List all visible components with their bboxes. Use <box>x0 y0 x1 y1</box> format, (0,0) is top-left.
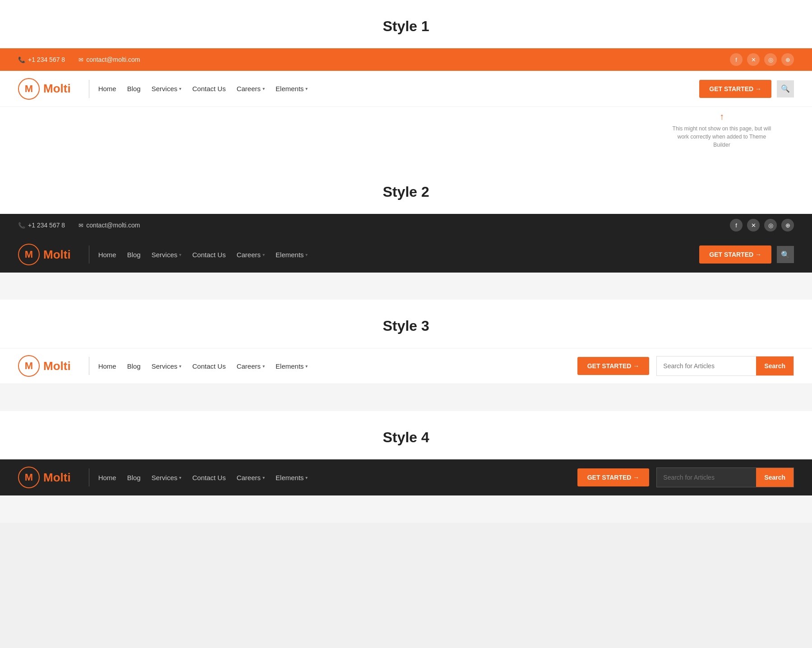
email-icon-style1 <box>78 56 83 63</box>
dribbble-icon-style1[interactable]: ⊕ <box>781 53 794 66</box>
logo-icon-style1: M <box>18 78 40 100</box>
style3-title: Style 3 <box>0 300 812 348</box>
nav-links-style1: Home Blog Services ▾ Contact Us Careers … <box>98 85 700 93</box>
topbar-style2: +1 234 567 8 contact@molti.com f ✕ ◎ ⊕ <box>0 214 812 236</box>
twitter-icon-style2[interactable]: ✕ <box>747 219 760 231</box>
navbar-style3: M Molti Home Blog Services ▾ Contact Us … <box>0 348 812 384</box>
logo-text-style2: Molti <box>43 248 71 262</box>
logo-icon-style4: M <box>18 467 40 488</box>
nav-careers-style4[interactable]: Careers ▾ <box>236 474 264 481</box>
style1-title: Style 1 <box>0 0 812 48</box>
elements-chevron-style2: ▾ <box>305 252 308 257</box>
style2-spacer <box>0 273 812 300</box>
page-wrapper: Style 1 +1 234 567 8 contact@molti.com f… <box>0 0 812 568</box>
nav-home-style2[interactable]: Home <box>98 251 116 259</box>
logo-style1[interactable]: M Molti <box>18 78 71 100</box>
dribbble-icon-style2[interactable]: ⊕ <box>781 219 794 231</box>
cta-button-style4[interactable]: GET STARTED → <box>577 468 650 486</box>
instagram-icon-style1[interactable]: ◎ <box>764 53 777 66</box>
nav-elements-style3[interactable]: Elements ▾ <box>276 362 308 370</box>
search-toggle-style1[interactable]: 🔍 <box>777 80 794 97</box>
services-chevron-style3: ▾ <box>179 364 181 369</box>
nav-right-style3: GET STARTED → Search <box>577 356 794 376</box>
facebook-icon-style1[interactable]: f <box>730 53 743 66</box>
nav-contact-style4[interactable]: Contact Us <box>192 474 226 481</box>
search-button-style4[interactable]: Search <box>756 468 794 487</box>
nav-blog-style2[interactable]: Blog <box>127 251 141 259</box>
style4-section: Style 4 M Molti Home Blog Services ▾ Con… <box>0 411 812 523</box>
nav-contact-style1[interactable]: Contact Us <box>192 85 226 93</box>
nav-careers-style1[interactable]: Careers ▾ <box>236 85 264 93</box>
topbar-right-style2: f ✕ ◎ ⊕ <box>730 219 794 231</box>
search-bar-style3: Search <box>656 356 794 376</box>
navbar-style1: M Molti Home Blog Services ▾ Contact Us … <box>0 71 812 107</box>
search-icon-style2: 🔍 <box>781 250 790 259</box>
logo-m-style2: M <box>25 249 33 260</box>
logo-style2[interactable]: M Molti <box>18 244 71 265</box>
careers-chevron-style1: ▾ <box>263 86 265 91</box>
search-toggle-style2[interactable]: 🔍 <box>777 246 794 263</box>
services-chevron-style1: ▾ <box>179 86 181 91</box>
nav-right-style2: GET STARTED → 🔍 <box>699 245 794 264</box>
logo-m-style4: M <box>25 472 33 483</box>
nav-services-style2[interactable]: Services ▾ <box>152 251 182 259</box>
logo-m-style3: M <box>25 360 33 372</box>
nav-blog-style3[interactable]: Blog <box>127 362 141 370</box>
nav-services-text-style1: Services <box>152 85 178 93</box>
nav-right-style4: GET STARTED → Search <box>577 467 794 487</box>
nav-elements-style1[interactable]: Elements ▾ <box>276 85 308 93</box>
style4-label: Style 4 <box>383 429 429 445</box>
style3-label: Style 3 <box>383 318 429 334</box>
topbar-style1: +1 234 567 8 contact@molti.com f ✕ ◎ ⊕ <box>0 48 812 71</box>
logo-style3[interactable]: M Molti <box>18 355 71 377</box>
nav-contact-style2[interactable]: Contact Us <box>192 251 226 259</box>
search-bar-style4: Search <box>656 467 794 487</box>
instagram-icon-style2[interactable]: ◎ <box>764 219 777 231</box>
nav-divider-style3 <box>89 357 89 375</box>
nav-services-text-style4: Services <box>152 474 178 481</box>
style3-spacer <box>0 384 812 411</box>
nav-services-style4[interactable]: Services ▾ <box>152 474 182 481</box>
nav-blog-style4[interactable]: Blog <box>127 474 141 481</box>
careers-chevron-style4: ▾ <box>263 475 265 480</box>
nav-elements-style4[interactable]: Elements ▾ <box>276 474 308 481</box>
nav-links-style4: Home Blog Services ▾ Contact Us Careers … <box>98 474 577 481</box>
nav-home-style3[interactable]: Home <box>98 362 116 370</box>
nav-services-style3[interactable]: Services ▾ <box>152 362 182 370</box>
nav-divider-style2 <box>89 245 89 264</box>
phone-text-style2: +1 234 567 8 <box>28 222 65 229</box>
search-input-style3[interactable] <box>657 356 756 375</box>
careers-chevron-style2: ▾ <box>263 252 265 257</box>
nav-careers-style3[interactable]: Careers ▾ <box>236 362 264 370</box>
style3-section: Style 3 M Molti Home Blog Services ▾ Con… <box>0 300 812 411</box>
scroll-arrow-style1[interactable]: ↑ <box>672 111 771 122</box>
careers-chevron-style3: ▾ <box>263 364 265 369</box>
facebook-icon-style2[interactable]: f <box>730 219 743 231</box>
services-chevron-style2: ▾ <box>179 252 181 257</box>
tooltip-text-style1: This might not show on this page, but wi… <box>672 125 771 149</box>
style4-title: Style 4 <box>0 411 812 459</box>
cta-button-style2[interactable]: GET STARTED → <box>699 245 771 264</box>
nav-home-style4[interactable]: Home <box>98 474 116 481</box>
style1-label: Style 1 <box>383 18 429 34</box>
nav-contact-style3[interactable]: Contact Us <box>192 362 226 370</box>
nav-careers-style2[interactable]: Careers ▾ <box>236 251 264 259</box>
services-chevron-style4: ▾ <box>179 475 181 480</box>
nav-home-style1[interactable]: Home <box>98 85 116 93</box>
search-button-style3[interactable]: Search <box>756 356 794 375</box>
navbar-style2: M Molti Home Blog Services ▾ Contact Us … <box>0 236 812 273</box>
cta-button-style3[interactable]: GET STARTED → <box>577 357 650 375</box>
nav-services-style1[interactable]: Services ▾ <box>152 85 182 93</box>
nav-blog-style1[interactable]: Blog <box>127 85 141 93</box>
phone-icon-style2 <box>18 222 25 229</box>
nav-elements-text-style2: Elements <box>276 251 304 259</box>
nav-services-text-style3: Services <box>152 362 178 370</box>
logo-icon-style2: M <box>18 244 40 265</box>
twitter-icon-style1[interactable]: ✕ <box>747 53 760 66</box>
nav-elements-text-style3: Elements <box>276 362 304 370</box>
cta-button-style1[interactable]: GET STARTED → <box>699 80 771 98</box>
nav-links-style3: Home Blog Services ▾ Contact Us Careers … <box>98 362 577 370</box>
nav-elements-style2[interactable]: Elements ▾ <box>276 251 308 259</box>
search-input-style4[interactable] <box>657 468 756 487</box>
logo-style4[interactable]: M Molti <box>18 467 71 488</box>
